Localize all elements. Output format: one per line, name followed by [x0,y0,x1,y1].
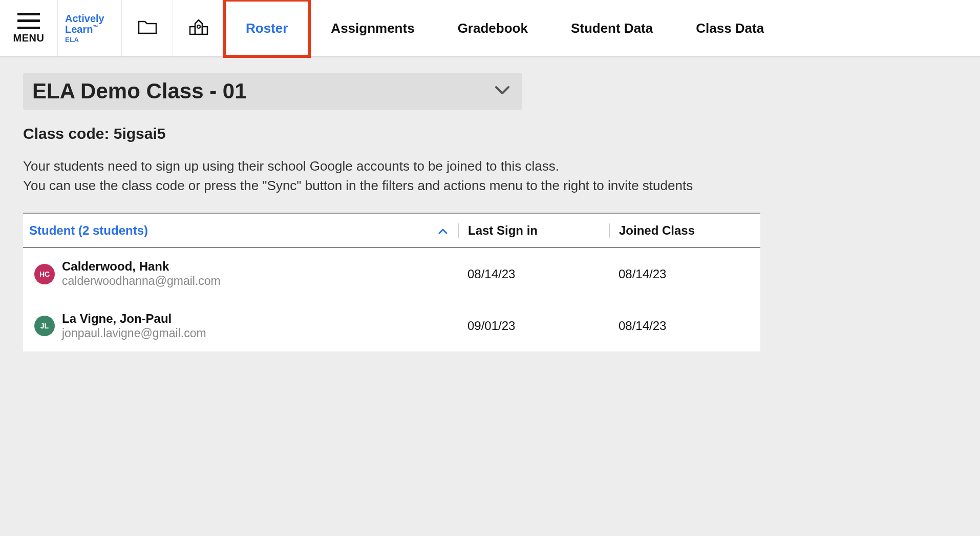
column-header-student[interactable]: Student (2 students) [23,223,458,238]
joined-class-value: 08/14/23 [609,319,760,333]
tab-class-data[interactable]: Class Data [674,0,785,56]
school-icon [188,18,209,38]
chevron-down-icon [495,86,510,97]
content: ELA Demo Class - 01 Class code: 5igsai5 … [0,57,980,536]
tab-roster[interactable]: Roster [224,0,309,56]
tab-gradebook[interactable]: Gradebook [436,0,549,56]
info-text: Your students need to sign up using thei… [23,157,760,195]
menu-label: MENU [13,32,45,44]
topbar: MENU Actively Learn™ ELA Roster Assignme… [0,0,980,57]
joined-class-value: 08/14/23 [609,267,760,281]
last-sign-in-value: 09/01/23 [458,319,609,333]
logo-sub: ELA [65,36,79,44]
avatar: HC [34,264,55,284]
last-sign-in-value: 08/14/23 [458,267,609,281]
tab-assignments[interactable]: Assignments [309,0,436,56]
school-nav-button[interactable] [173,0,224,56]
student-name: Calderwood, Hank [62,259,221,274]
student-email: jonpaul.lavigne@gmail.com [62,326,206,341]
sort-asc-icon [438,223,448,238]
folder-nav-button[interactable] [122,0,173,56]
class-selector-title: ELA Demo Class - 01 [32,79,247,104]
menu-button[interactable]: MENU [0,0,58,56]
class-selector-dropdown[interactable]: ELA Demo Class - 01 [23,73,522,110]
class-code-label: Class code: 5igsai5 [23,125,980,142]
nav-tabs: Roster Assignments Gradebook Student Dat… [224,0,980,56]
logo-line2: Learn™ [65,24,98,35]
avatar: JL [34,316,55,336]
logo-line1: Actively [65,13,104,24]
folder-icon [138,19,157,37]
table-row[interactable]: HC Calderwood, Hank calderwoodhanna@gmai… [23,248,760,300]
roster-table: Student (2 students) Last Sign in Joined… [23,213,760,352]
column-header-last-sign-in[interactable]: Last Sign in [458,223,609,238]
hamburger-icon [17,13,40,29]
tab-student-data[interactable]: Student Data [549,0,674,56]
student-name: La Vigne, Jon-Paul [62,312,206,326]
svg-point-0 [197,25,200,28]
student-email: calderwoodhanna@gmail.com [62,274,221,288]
logo[interactable]: Actively Learn™ ELA [58,0,122,56]
column-header-joined-class[interactable]: Joined Class [609,223,760,238]
table-header: Student (2 students) Last Sign in Joined… [23,214,760,248]
table-row[interactable]: JL La Vigne, Jon-Paul jonpaul.lavigne@gm… [23,300,760,352]
